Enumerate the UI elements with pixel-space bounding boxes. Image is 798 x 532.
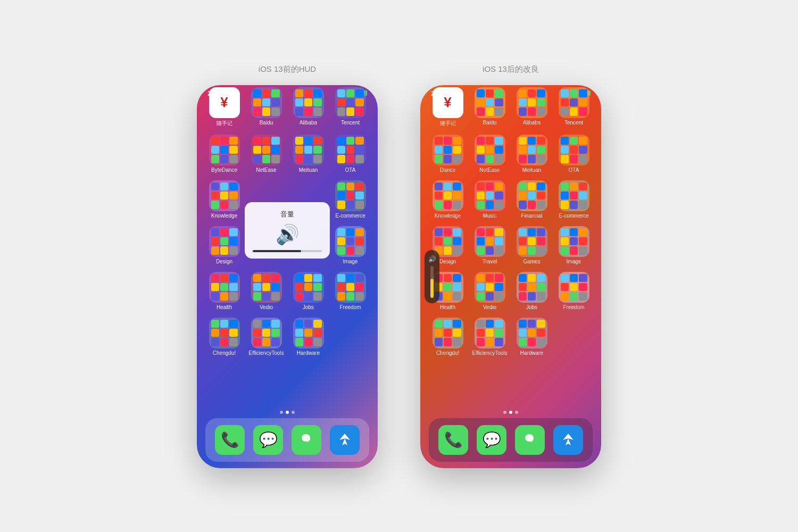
dock-lark-right[interactable] [553,425,583,455]
app-financial-right[interactable]: Financial [513,180,551,219]
app-freedom-right[interactable]: Freedom [555,272,593,310]
hud-progress-bar [253,250,322,252]
right-page-dots [503,411,518,414]
suishouji-icon-left: ¥ [209,87,240,118]
dot-2 [286,411,289,414]
app-music-right[interactable]: Music [471,180,509,219]
app-image-left[interactable]: Image [331,226,369,264]
hud-speaker-icon: 🔊 [276,223,300,246]
app-chengdu-left[interactable]: Chengdu! [205,318,243,356]
app-jobs-left[interactable]: Jobs [289,272,327,310]
app-dance-right[interactable]: Dance [429,135,467,173]
app-knowledge-right[interactable]: Knowledge [429,180,467,219]
app-meituan-right[interactable]: Meituan [513,135,551,173]
dot-1 [280,411,283,414]
app-baidu-right[interactable]: Baidu [471,87,509,127]
app-health-left[interactable]: Health [205,272,243,310]
hud-bar-fill [253,250,301,252]
right-row6: Chengdu! EfficiencyTools [420,315,601,358]
right-row3: Knowledge Music [420,178,601,221]
app-vedio-right[interactable]: Vedio [471,272,509,310]
right-phone: 2:42 📶 [420,85,601,468]
app-vedio-left[interactable]: Vedio [247,272,285,310]
pill-speaker-icon: 🔊 [428,255,436,263]
right-title: iOS 13后的改良 [483,64,539,74]
app-design-left[interactable]: Design [205,226,243,264]
app-knowledge-left[interactable]: Knowledge [205,180,243,219]
dot-3 [292,411,295,414]
volume-hud-left: 音量 🔊 [245,202,330,259]
volume-pill-right: 🔊 [425,250,439,303]
right-dock: 📞 💬 [429,418,593,462]
app-freedom-left[interactable]: Freedom [331,272,369,310]
right-row5: Health Vedio [420,270,601,312]
app-baidu-left[interactable]: Baidu [247,87,285,127]
app-suishouji-right[interactable]: ¥ 随手记 [429,87,467,127]
dock-phone-left[interactable]: 📞 [215,425,245,455]
dock-messages-right[interactable]: 💬 [477,425,506,455]
app-jobs-right[interactable]: Jobs [513,272,551,310]
app-ecommerce-right[interactable]: E-commerce [555,180,593,219]
app-travel-right[interactable]: Travel [471,226,509,264]
left-screen: 2:41 📶 [197,85,378,468]
app-efftools-right[interactable]: EfficiencyTools [471,318,509,356]
dock-messages-left[interactable]: 💬 [253,425,283,455]
app-tencent-right[interactable]: Tencent [555,87,593,127]
right-row4: Design Travel [420,224,601,267]
dock-wechat-left[interactable] [292,425,321,455]
left-title: iOS 13前的HUD [259,64,316,74]
app-image-right[interactable]: Image [555,226,593,264]
left-dock: 📞 💬 [205,418,369,462]
left-row1: ¥ 随手记 Baidu [197,85,378,129]
dock-wechat-right[interactable] [515,425,545,455]
left-phone: 2:41 📶 [197,85,378,468]
right-dot-1 [503,411,506,414]
app-netease-left[interactable]: NetEase [247,135,285,173]
app-bytedance-left[interactable]: ByteDance [205,135,243,173]
app-meituan-left[interactable]: Meituan [289,135,327,173]
hud-title: 音量 [280,210,294,219]
app-chengdu-right[interactable]: Chengdu! [429,318,467,356]
pill-bar-fill [430,279,434,298]
right-dot-2 [509,411,512,414]
app-suishouji-left[interactable]: ¥ 随手记 [205,87,243,127]
dock-lark-left[interactable] [330,425,360,455]
app-alibaba-left[interactable]: Alibaba [289,87,327,127]
right-screen: 2:42 📶 [420,85,601,468]
app-games-right[interactable]: Games [513,226,551,264]
pill-bar-container [430,266,434,298]
app-ota-right[interactable]: OTA [555,135,593,173]
right-row1: ¥ 随手记 Baidu [420,85,601,129]
app-hardware-right[interactable]: Hardware [513,318,551,356]
right-section: iOS 13后的改良 2:42 📶 [420,64,601,468]
suishouji-icon-right: ¥ [433,87,463,118]
left-page-dots [280,411,295,414]
left-section: iOS 13前的HUD 2:41 📶 [197,64,378,468]
left-row6: Chengdu! EfficiencyTools [197,315,378,358]
left-row2: ByteDance NetEase [197,132,378,175]
app-alibaba-right[interactable]: Alibaba [513,87,551,127]
app-tencent-left[interactable]: Tencent [331,87,369,127]
app-efftools-left[interactable]: EfficiencyTools [247,318,285,356]
left-row5: Health Vedio [197,270,378,312]
dock-phone-right[interactable]: 📞 [438,425,468,455]
app-netease-right[interactable]: NetEase [471,135,509,173]
right-row2: Dance NetEase [420,132,601,175]
right-dot-3 [515,411,518,414]
app-ota-left[interactable]: OTA [331,135,369,173]
app-hardware-left[interactable]: Hardware [289,318,327,356]
app-ecommerce-left[interactable]: E-commerce [331,180,369,219]
